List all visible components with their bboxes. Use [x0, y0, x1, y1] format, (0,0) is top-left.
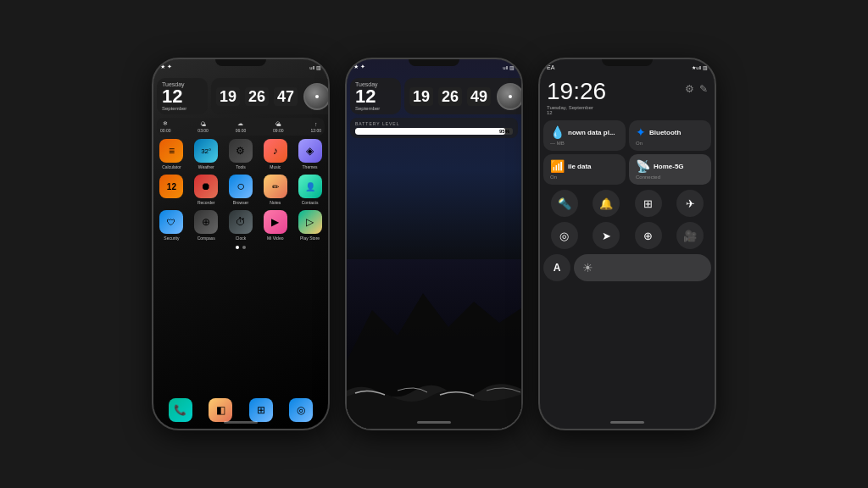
home-indicator-1 — [224, 421, 258, 424]
wifi-icon: 📡 — [636, 159, 650, 173]
phone3-content: 19:26 Tuesday, September 12 ⚙ ✎ 💧 nown d… — [540, 75, 715, 429]
app-security[interactable]: 🛡Security — [157, 210, 186, 241]
time-seconds: 47 — [274, 87, 298, 106]
cc-icon-row-1: 🔦 🔔 ⊞ ✈ — [543, 190, 711, 217]
weather-strip: ❄00:00 🌤03:00 ☁06:00 🌥09:00 ↑12:00 — [157, 118, 325, 136]
brightness-slider[interactable]: ☀ — [574, 254, 711, 281]
app-row-3: 🛡Security ⊕Compass ⏱Clock ▶Mi Video ▷Pla… — [157, 210, 325, 241]
weather-item-0: ❄00:00 — [160, 120, 171, 133]
mobile-sub: On — [550, 175, 619, 180]
date-widget: Tuesday 12 September — [157, 78, 208, 114]
phone-2: ★ ✦ ull ▥ Tuesday 12 September 19 26 49 … — [345, 58, 523, 430]
time-widget: 19 26 47 — [211, 78, 328, 114]
home-indicator-3 — [610, 421, 644, 424]
mobile-data-icon: 📶 — [550, 159, 565, 173]
weather-item-1: 🌤03:00 — [198, 121, 209, 133]
bell-btn[interactable]: 🔔 — [593, 190, 620, 217]
phone-1: ★ ✦ ull ▥ Tuesday 12 September 19 26 47 … — [152, 58, 330, 430]
cc-time: 19:26 — [547, 80, 606, 103]
dock-notes[interactable]: ◧ — [206, 398, 235, 422]
app-mivideo[interactable]: ▶Mi Video — [261, 210, 290, 241]
time-hours: 19 — [216, 87, 240, 106]
app-weather[interactable]: 32°Weather — [192, 139, 220, 169]
video-btn[interactable]: 🎥 — [676, 222, 704, 249]
dock-camera-gear[interactable]: ⊞ — [247, 398, 275, 422]
dot-1 — [236, 246, 239, 249]
phone-3: EA ★ull ▥ 19:26 Tuesday, September 12 ⚙ … — [538, 58, 716, 430]
ea-badge: EA — [547, 64, 554, 70]
status-bar-2: ★ ✦ ull ▥ — [347, 59, 521, 75]
apps-section: ≡Calculator 32°Weather ⚙Tools ♪Music ◈Th… — [157, 139, 325, 241]
settings-icon[interactable]: ⚙ — [685, 83, 694, 95]
wifi-sub: Connected — [636, 175, 704, 180]
cc-header: 19:26 Tuesday, September 12 ⚙ ✎ — [543, 80, 711, 115]
app-row-2: 12 ⏺Recorder ○Browser ✏Notes 👤Contacts — [157, 175, 325, 205]
status-left-2: ★ ✦ — [353, 64, 365, 70]
app-playstore[interactable]: ▷Play Store — [296, 210, 325, 241]
volume-knob-2[interactable] — [497, 83, 523, 110]
cc-tile-bt-header: ✦ Bluetooth — [636, 125, 704, 139]
app-calculator[interactable]: ≡Calculator — [157, 139, 186, 169]
app-notes[interactable]: ✏Notes — [261, 175, 290, 205]
weather-item-2: ☁06:00 — [236, 120, 247, 133]
widget-row-2: Tuesday 12 September 19 26 49 — [350, 78, 518, 114]
battery-percent: 95% — [499, 128, 509, 135]
dot-2 — [242, 246, 246, 249]
time-widget-2: 19 26 49 — [404, 78, 523, 114]
dock-phone[interactable]: 📞 — [166, 398, 195, 422]
app-browser[interactable]: ○Browser — [226, 175, 255, 205]
app-music[interactable]: ♪Music — [261, 139, 290, 169]
app-compass[interactable]: ⊕Compass — [192, 210, 220, 241]
cc-tile-wifi-header: 📡 Home-5G — [636, 159, 704, 173]
cc-time-date: 19:26 Tuesday, September 12 — [547, 80, 606, 115]
app-tools[interactable]: ⚙Tools — [226, 139, 255, 169]
day-label-2: Tuesday — [355, 81, 396, 87]
bluetooth-title: Bluetooth — [649, 129, 681, 136]
cc-header-icons: ⚙ ✎ — [685, 83, 708, 95]
page-dots — [157, 246, 325, 249]
volume-down-btn[interactable] — [328, 159, 330, 185]
status-right-1: ull ▥ — [309, 64, 321, 70]
airplane-btn[interactable]: ✈ — [676, 190, 704, 217]
brightness-icon: ☀ — [582, 261, 593, 274]
status-bar-3: EA ★ull ▥ — [540, 59, 715, 75]
cc-tile-bluetooth[interactable]: ✦ Bluetooth On — [629, 120, 711, 151]
phone1-content: Tuesday 12 September 19 26 47 ❄00:00 🌤03… — [153, 75, 328, 429]
cc-bottom-row: A ☀ — [543, 254, 711, 281]
weather-item-4: ↑12:00 — [310, 121, 321, 133]
status-left-1: ★ ✦ — [160, 64, 172, 70]
app-recorder[interactable]: ⏺Recorder — [192, 175, 220, 205]
dock-maps[interactable]: ◎ — [287, 398, 315, 422]
a-btn[interactable]: A — [543, 254, 570, 281]
privacy-btn[interactable]: ◎ — [551, 222, 578, 249]
cc-tile-wifi[interactable]: 📡 Home-5G Connected — [629, 154, 711, 185]
volume-up-btn[interactable] — [328, 127, 330, 152]
bluetooth-sub: On — [636, 141, 704, 146]
home-indicator-2 — [417, 421, 451, 424]
day-label: Tuesday — [162, 81, 203, 87]
status-bar-1: ★ ✦ ull ▥ — [153, 59, 328, 75]
app-contacts[interactable]: 👤Contacts — [296, 175, 325, 205]
app-themes[interactable]: ◈Themes — [296, 139, 325, 169]
app-12[interactable]: 12 — [157, 175, 186, 205]
bluetooth-icon: ✦ — [636, 125, 646, 139]
mountain-silhouette — [347, 259, 521, 429]
cc-tile-mobile[interactable]: 📶 ile data On — [543, 154, 626, 185]
wifi-title: Home-5G — [654, 163, 684, 170]
volume-knob[interactable] — [303, 83, 328, 110]
rotation-btn[interactable]: ⊕ — [635, 222, 662, 249]
flashlight-btn[interactable]: 🔦 — [551, 190, 578, 217]
battery-fill — [355, 128, 505, 135]
location-btn[interactable]: ➤ — [593, 222, 620, 249]
data-title: nown data pl... — [568, 129, 615, 136]
screen-record-btn[interactable]: ⊞ — [635, 190, 662, 217]
widget-row: Tuesday 12 September 19 26 47 — [157, 78, 325, 114]
app-row-1: ≡Calculator 32°Weather ⚙Tools ♪Music ◈Th… — [157, 139, 325, 169]
battery-widget: BATTERY LEVEL 95% — [350, 118, 518, 138]
time-seconds-2: 49 — [467, 87, 491, 106]
app-clock[interactable]: ⏱Clock — [226, 210, 255, 241]
cc-tile-data[interactable]: 💧 nown data pl... — MB — [543, 120, 626, 151]
edit-icon[interactable]: ✎ — [699, 83, 708, 95]
date-number: 12 — [162, 87, 203, 106]
battery-label: BATTERY LEVEL — [355, 121, 513, 126]
